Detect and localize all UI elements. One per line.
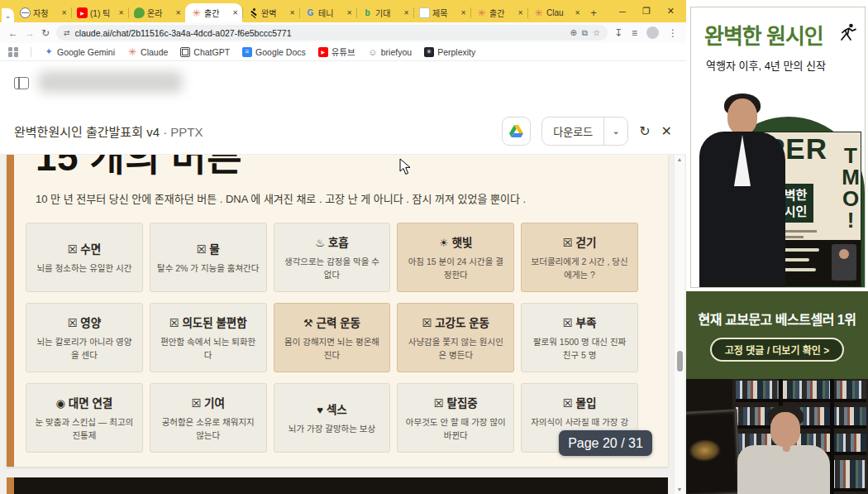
download-label[interactable]: 다운로드 (542, 123, 603, 139)
card-icon: ⚒ (303, 317, 313, 329)
reload-button[interactable] (41, 27, 50, 39)
close-artifact-button[interactable] (661, 123, 672, 139)
browser-menu-icon[interactable] (668, 27, 678, 39)
tab-favicon (191, 7, 202, 18)
scroll-down-icon[interactable] (675, 487, 684, 492)
browser-tab[interactable]: 완벽 (242, 3, 299, 22)
blurred-chat-title (38, 71, 183, 93)
viewer-scrollbar[interactable] (674, 155, 684, 494)
card-title: ☒탈집중 (434, 394, 478, 410)
tab-close-icon[interactable] (289, 9, 295, 17)
reading-list-icon[interactable] (632, 27, 637, 39)
back-button[interactable] (8, 27, 18, 39)
card-title-text: 물 (209, 243, 219, 256)
card-title: ♨호흡 (315, 233, 349, 250)
download-split-button[interactable]: 다운로드 (541, 117, 628, 146)
tab-title: (1) 틱 (90, 7, 116, 19)
card-body: 공허함은 소유로 채워지지 않는다 (157, 416, 260, 441)
url-text[interactable]: claude.ai/chat/2b11516c-3a4a-4dcd-a027-f… (75, 28, 565, 38)
refresh-artifact-button[interactable] (639, 123, 650, 139)
bookmark-star-icon[interactable] (593, 28, 600, 37)
tab-close-icon[interactable] (575, 9, 580, 17)
bestseller-banner: 현재 교보문고 베스트셀러 1위 고정 댓글 / 더보기 확인 > (686, 291, 868, 379)
tab-close-icon[interactable] (346, 9, 352, 17)
profile-avatar[interactable] (646, 26, 659, 39)
sidebar-toggle-icon[interactable] (14, 77, 29, 89)
tab-close-icon[interactable] (460, 9, 466, 17)
browser-tab[interactable]: Clau (527, 3, 584, 22)
pip-icon[interactable] (582, 28, 588, 38)
book-promo-card: 완벽한 원시인 역행자 이후, 4년 만의 신작 PER TMO! 완벽한 원시… (690, 7, 866, 288)
browser-tab[interactable]: 기대 (356, 3, 413, 22)
window-controls (608, 0, 686, 22)
new-tab-button[interactable] (584, 3, 603, 22)
browser-tab[interactable]: 출간 (470, 3, 527, 22)
tab-title: 자청 (33, 7, 59, 19)
runner-icon (838, 22, 858, 42)
tab-close-icon[interactable] (403, 9, 409, 17)
bookmark-item[interactable]: briefyou (368, 47, 412, 57)
tab-favicon (533, 7, 544, 18)
book-cover-side-letters: TMO! (840, 134, 860, 238)
bookmark-item[interactable]: Claude (127, 47, 168, 57)
author-photo: PER TMO! 완벽한 원시인 (691, 80, 865, 287)
bookmark-favicon (318, 47, 328, 57)
close-window-button[interactable] (667, 6, 675, 17)
card-title: ♥섹스 (317, 400, 347, 417)
maximize-button[interactable] (642, 6, 651, 17)
tab-strip: ⌄ 자청 (1) 틱 온라 출간 완벽 테니 기대 제목 출간 C (0, 0, 686, 22)
card-title: ☒몰입 (563, 394, 597, 410)
bookmark-item[interactable]: ChatGPT (180, 47, 230, 57)
browser-tab[interactable]: 자청 (14, 3, 71, 22)
forward-button[interactable] (25, 27, 35, 39)
tab-close-icon[interactable] (118, 9, 124, 17)
tab-close-icon[interactable] (517, 9, 523, 17)
minimize-button[interactable] (619, 7, 626, 17)
bookmark-item[interactable]: Google Docs (242, 47, 306, 57)
zoom-icon[interactable] (570, 28, 576, 37)
card-body: 탈수 2% 가 지능을 훔쳐간다 (157, 262, 259, 275)
card-title-text: 근력 운동 (317, 317, 360, 329)
tab-close-icon[interactable] (61, 9, 67, 17)
bookmark-item[interactable]: 유튜브 (318, 46, 355, 58)
tab-favicon (362, 7, 373, 18)
card-body: 아무것도 안 할 때 가장 많이 바뀐다 (404, 416, 507, 441)
browser-tab[interactable]: 출간 (185, 3, 242, 22)
bookmarks-bar: Google Gemini Claude ChatGPT Google Docs… (0, 43, 686, 61)
tab-title: 제목 (432, 7, 458, 19)
downloads-icon[interactable] (614, 27, 622, 39)
bookmark-item[interactable]: Perplexity (424, 47, 475, 57)
site-info-icon[interactable] (64, 29, 70, 37)
browser-tab[interactable]: 제목 (413, 3, 470, 22)
bookmark-favicon (368, 47, 378, 57)
card-icon: ☒ (68, 317, 78, 329)
card-title: ◉대면 연결 (56, 394, 113, 410)
card-body: 사냥감을 쫓지 않는 원시인은 병든다 (404, 336, 507, 361)
tab-favicon (134, 7, 145, 18)
scroll-up-icon[interactable] (675, 156, 684, 162)
address-bar[interactable]: claude.ai/chat/2b11516c-3a4a-4dcd-a027-f… (56, 25, 608, 41)
scrollbar-thumb[interactable] (677, 351, 683, 372)
slide-card: ⚒근력 운동 몸이 강해지면 뇌는 평온해진다 (274, 303, 391, 372)
slide-card: ☒물 탈수 2% 가 지능을 훔쳐간다 (150, 223, 267, 292)
browser-tab[interactable]: (1) 틱 (71, 3, 128, 22)
bookmark-item[interactable]: Google Gemini (44, 47, 115, 57)
tab-close-icon[interactable] (232, 9, 238, 17)
pinned-comment-button[interactable]: 고정 댓글 / 더보기 확인 > (710, 338, 844, 362)
card-icon: ☒ (169, 317, 179, 329)
download-chevron-icon[interactable] (604, 126, 627, 137)
apps-grid-icon[interactable] (8, 47, 18, 57)
google-drive-button[interactable] (502, 117, 531, 146)
slide-subtitle: 10 만 년 전부터 당신 안에 존재하던 버튼 . DNA 에 새겨진 채로 … (36, 190, 646, 206)
browser-tab[interactable]: 온라 (128, 3, 185, 22)
tab-search-chevron-icon[interactable]: ⌄ (2, 8, 14, 22)
card-title: ☒부족 (563, 314, 597, 330)
card-body: 편안함 속에서 뇌는 퇴화한다 (157, 336, 260, 361)
card-title-text: 영양 (80, 317, 101, 329)
author-portrait-thumb (832, 244, 856, 281)
bookmark-favicon (242, 47, 252, 57)
toolbar-right-icons (614, 26, 678, 39)
tab-close-icon[interactable] (175, 9, 181, 17)
card-title-text: 부족 (576, 317, 597, 329)
browser-tab[interactable]: 테니 (299, 3, 356, 22)
